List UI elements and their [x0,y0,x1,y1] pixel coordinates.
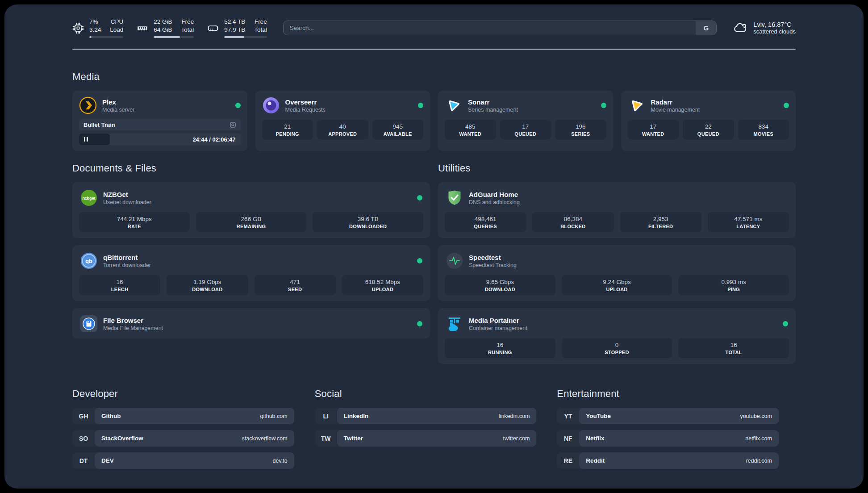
status-dot-online [601,103,606,108]
stat-tile: 9.24 Gbps UPLOAD [562,275,672,295]
svg-text:qb: qb [85,258,92,264]
stat-tile: 2,953 FILTERED [620,212,701,232]
app-card-nzbget[interactable]: nzbget NZBGet Usenet downloader 744.21 M… [72,182,430,238]
status-dot-online [417,195,422,201]
app-subtitle: Torrent downloader [103,262,412,268]
link-item-dev[interactable]: DT DEV dev.to [72,452,294,469]
link-url: stackoverflow.com [242,435,288,442]
link-item-stackoverflow[interactable]: SO StackOverflow stackoverflow.com [72,430,294,447]
app-name: Plex [102,98,230,106]
app-card-qbittorrent[interactable]: qb qBittorrent Torrent downloader 16 [72,245,430,301]
disk-icon [207,22,219,34]
weather-widget: Lviv, 16.87°C scattered clouds [733,21,796,36]
link-name: Twitter [344,435,363,442]
memory-free-value: 22 GiB [154,18,172,26]
session-camera-icon [230,121,236,128]
stat-tile: 9.65 Gbps DOWNLOAD [445,275,555,295]
link-name: Netflix [586,435,604,442]
status-dot-online [418,103,423,108]
search-bar: G [283,21,717,35]
disk-total-label: Total [254,26,267,34]
status-dot-online [783,321,788,326]
app-card-speedtest[interactable]: Speedtest Speedtest Tracking 9.65 Gbps D… [438,245,796,301]
link-item-linkedin[interactable]: LI LinkedIn linkedin.com [315,408,537,424]
stat-tile: 945 AVAILABLE [372,120,424,140]
app-card-overseerr[interactable]: Overseerr Media Requests 21 PENDING 40 A… [255,91,430,151]
search-input[interactable] [284,21,696,35]
cpu-load-label: Load [110,26,123,34]
stat-tile: 40 APPROVED [317,120,368,140]
status-dot-online [417,321,422,326]
link-url: youtube.com [740,413,772,419]
link-url: dev.to [273,458,288,464]
link-abbr: TW [315,430,337,447]
section-utilities: Utilities AdGuard Home [438,163,796,364]
link-item-github[interactable]: GH Github github.com [72,408,294,424]
stat-tile: 834 MOVIES [738,120,789,140]
app-subtitle: Movie management [651,107,779,113]
cpu-icon [72,22,84,34]
section-entertainment: Entertainment YT YouTube youtube.com NF … [557,388,779,469]
stat-tile: 16 RUNNING [445,338,555,358]
stat-tile: 618.52 Mbps UPLOAD [342,275,423,295]
stat-tile: 17 QUEUED [500,120,551,140]
status-dot-online [784,103,789,108]
search-engine-button[interactable]: G [696,21,716,35]
app-name: Speedtest [469,254,788,261]
app-name: Overseerr [285,98,413,106]
app-name: Radarr [651,98,779,106]
app-subtitle: Container management [469,325,777,331]
app-card-portainer[interactable]: Media Portainer Container management 16 … [438,308,796,364]
app-card-radarr[interactable]: Radarr Movie management 17 WANTED 22 QUE… [621,91,796,151]
nzbget-icon: nzbget [80,189,98,207]
app-name: NZBGet [103,191,412,198]
stat-tile: 266 GB REMAINING [196,212,307,232]
link-item-netflix[interactable]: NF Netflix netflix.com [557,430,779,447]
link-abbr: LI [315,408,337,424]
section-social: Social LI LinkedIn linkedin.com TW Twitt… [315,388,537,469]
speedtest-icon [446,252,463,270]
stat-tile: 498,461 QUERIES [445,212,526,232]
section-title-utilities: Utilities [438,163,796,174]
filebrowser-icon [80,315,98,333]
portainer-icon [446,315,463,333]
app-name: File Browser [103,317,412,324]
cpu-usage-value: 7% [89,18,101,26]
status-dot-online [417,258,422,263]
link-name: Github [101,413,121,419]
app-card-filebrowser[interactable]: File Browser Media File Management [72,308,430,338]
stat-tile: 21 PENDING [262,120,313,140]
app-name: AdGuard Home [469,191,788,198]
app-card-plex[interactable]: Plex Media server Bullet Train [72,91,247,151]
link-name: LinkedIn [344,413,369,419]
stat-tile: 16 TOTAL [678,338,789,358]
link-name: DEV [101,457,114,464]
section-title-developer: Developer [72,388,294,400]
stat-tile: 471 SEED [255,275,336,295]
stat-tile: 0.993 ms PING [678,275,789,295]
app-card-adguard[interactable]: AdGuard Home DNS and adblocking 498,461 … [438,182,796,238]
weather-condition: scattered clouds [753,28,796,35]
stat-tile: 1.19 Gbps DOWNLOAD [167,275,248,295]
stat-tile: 485 WANTED [445,120,496,140]
memory-widget: 22 GiB 64 GiB Free Total [137,18,194,38]
link-item-twitter[interactable]: TW Twitter twitter.com [315,430,537,447]
stat-tile: 196 SERIES [555,120,606,140]
disk-widget: 52.4 TB 97.9 TB Free Total [207,18,267,38]
link-item-reddit[interactable]: RE Reddit reddit.com [557,452,779,469]
sonarr-icon [445,96,463,114]
qbittorrent-icon: qb [80,252,98,270]
disk-free-value: 52.4 TB [224,18,245,26]
app-subtitle: Media Requests [285,107,413,113]
cpu-progress-bar [89,36,123,38]
app-card-sonarr[interactable]: Sonarr Series management 485 WANTED 17 Q… [438,91,613,151]
memory-total-label: Total [181,26,194,34]
adguard-icon [446,189,463,207]
link-url: netflix.com [745,435,772,442]
section-title-social: Social [315,388,537,400]
link-item-youtube[interactable]: YT YouTube youtube.com [557,408,779,424]
disk-total-value: 97.9 TB [224,26,245,34]
app-name: Media Portainer [469,317,777,324]
app-subtitle: Speedtest Tracking [469,262,788,268]
disk-progress-bar [224,36,267,38]
